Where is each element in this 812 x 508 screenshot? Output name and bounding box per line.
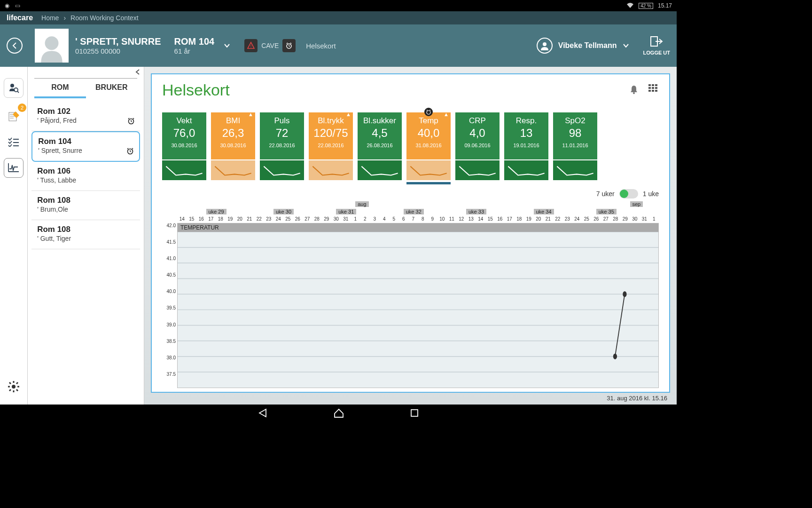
tile-value: 4,0 [455, 127, 500, 140]
settings-button[interactable] [7, 380, 20, 395]
rail-search-patient[interactable] [4, 78, 23, 98]
tile-date: 26.08.2016 [358, 143, 402, 148]
day-label: 30 [331, 216, 341, 222]
room-item[interactable]: Rom 108 ' Gutt, Tiger [31, 220, 140, 249]
day-label: 9 [428, 216, 437, 222]
temperature-plot[interactable]: TEMPERATUR [177, 223, 659, 388]
back-button[interactable] [7, 38, 23, 54]
day-label: 20 [235, 216, 245, 222]
patient-name: ' SPRETT, SNURRE [75, 36, 161, 47]
room-item-person: ' Brum,Ole [37, 206, 134, 213]
vital-tile-resp.[interactable]: Resp. 13 19.01.2016 [504, 112, 548, 184]
tile-value: 40,0 [406, 127, 451, 140]
day-label: 22 [553, 216, 563, 222]
day-label: 16 [196, 216, 206, 222]
tile-date: 19.01.2016 [504, 143, 548, 148]
tile-date: 11.01.2016 [553, 143, 597, 148]
day-label: 28 [312, 216, 322, 222]
logout-button[interactable]: LOGGE UT [643, 36, 670, 56]
grid-icon[interactable] [648, 84, 659, 96]
room-item-person: ' Tuss, Labbe [37, 176, 134, 184]
day-label: 27 [601, 216, 611, 222]
breadcrumb-context[interactable]: Room Working Context [70, 14, 138, 22]
room-number: ROM 104 [174, 36, 215, 47]
tile-label: SpO2 [553, 116, 597, 126]
cave-label: CAVE [261, 42, 279, 49]
vital-tile-spo2[interactable]: SpO2 98 11.01.2016 [553, 112, 597, 184]
svg-point-5 [10, 84, 14, 87]
vital-tile-bl.trykk[interactable]: ▲ Bl.trykk 120/75 22.08.2016 [309, 112, 353, 184]
user-menu[interactable]: Vibeke Tellmann [537, 38, 629, 54]
svg-point-3 [543, 42, 547, 46]
breadcrumb-home[interactable]: Home [41, 14, 59, 22]
vital-tile-puls[interactable]: Puls 72 22.08.2016 [260, 112, 304, 184]
user-name: Vibeke Tellmann [558, 41, 617, 50]
y-tick: 40.5 [162, 272, 176, 289]
room-item[interactable]: Rom 106 ' Tuss, Labbe [31, 162, 140, 191]
vital-tile-bmi[interactable]: ▲ BMI 26,3 30.08.2016 [211, 112, 255, 184]
day-label: 3 [370, 216, 380, 222]
rail-checklist[interactable] [4, 135, 23, 150]
tab-rom[interactable]: ROM [34, 79, 86, 98]
android-status-bar: ◉ ▭ 42 % 15.17 [0, 0, 677, 11]
svg-rect-18 [648, 90, 651, 92]
vital-tile-temp[interactable]: ▲ Temp 40,0 31.08.2016 [406, 112, 451, 184]
time-range-toggle[interactable] [619, 189, 638, 198]
day-label: 26 [592, 216, 601, 222]
chevron-right-icon: › [63, 14, 66, 22]
svg-rect-19 [652, 90, 654, 92]
tile-date: 09.06.2016 [455, 143, 500, 148]
patient-avatar [35, 29, 69, 63]
warning-icon: ▲ [444, 111, 449, 117]
day-label: 21 [543, 216, 553, 222]
day-label: 21 [245, 216, 255, 222]
rail-notes[interactable]: 2 [4, 106, 23, 126]
room-item[interactable]: Rom 104 ' Sprett, Snurre [31, 131, 140, 162]
nav-back-button[interactable] [258, 408, 268, 420]
battery-indicator: 42 % [639, 3, 653, 9]
day-label: 16 [495, 216, 505, 222]
svg-point-32 [613, 354, 617, 359]
toggle-right-label: 1 uke [643, 190, 659, 198]
icon-rail: 2 [0, 67, 28, 405]
y-tick: 39.0 [162, 322, 176, 339]
svg-point-21 [427, 111, 430, 114]
svg-rect-17 [655, 87, 657, 89]
tile-sparkline [358, 160, 402, 180]
week-label: uke 34 [534, 209, 554, 214]
svg-point-33 [623, 291, 626, 297]
nav-home-button[interactable] [334, 408, 344, 420]
day-label: 19 [226, 216, 235, 222]
chart-area: augsep uke 29uke 30uke 31uke 32uke 33uke… [162, 201, 659, 388]
vital-tile-bl.sukker[interactable]: Bl.sukker 4,5 26.08.2016 [358, 112, 402, 184]
alarm-header-icon[interactable] [282, 39, 296, 52]
room-item[interactable]: Rom 102 ' Påjord, Fred [31, 102, 140, 131]
vital-tile-vekt[interactable]: Vekt 76,0 30.08.2016 [162, 112, 206, 184]
day-label: 1 [351, 216, 360, 222]
bell-icon[interactable] [629, 84, 639, 96]
room-dropdown[interactable]: ROM 104 61 år [174, 36, 231, 55]
tile-sparkline [260, 160, 304, 180]
svg-rect-12 [648, 84, 651, 86]
room-item-title: Rom 102 [37, 107, 134, 116]
status-time: 15.17 [658, 2, 672, 9]
day-label: 25 [582, 216, 592, 222]
room-item-person: ' Sprett, Snurre [38, 147, 133, 154]
day-label: 20 [534, 216, 544, 222]
cave-warning-icon[interactable]: ! [244, 39, 258, 52]
day-label: 17 [505, 216, 515, 222]
nav-recent-button[interactable] [410, 408, 419, 420]
tile-sparkline [406, 160, 451, 180]
tab-bruker[interactable]: BRUKER [86, 79, 137, 98]
month-label: sep [630, 201, 643, 207]
app-header: ' SPRETT, SNURRE 010255 00000 ROM 104 61… [0, 24, 677, 67]
vital-tile-crp[interactable]: CRP 4,0 09.06.2016 [455, 112, 500, 184]
day-label: 15 [485, 216, 495, 222]
room-item[interactable]: Rom 108 ' Brum,Ole [31, 191, 140, 220]
day-label: 5 [389, 216, 399, 222]
y-tick: 41.0 [162, 256, 176, 272]
svg-rect-14 [655, 84, 657, 86]
rail-vitals[interactable] [4, 158, 23, 178]
chevron-down-icon [623, 42, 629, 49]
collapse-panel-button[interactable] [134, 69, 141, 77]
